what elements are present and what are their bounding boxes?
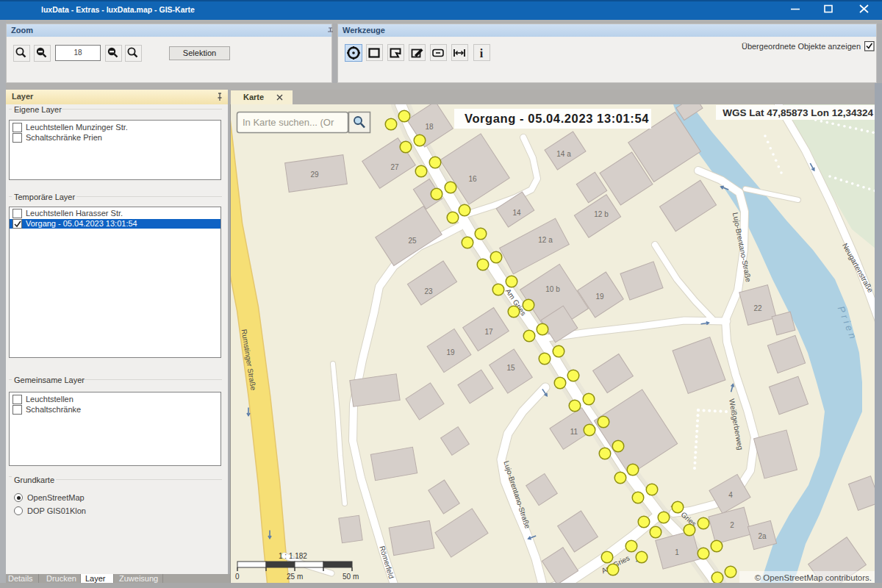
svg-text:29: 29 bbox=[310, 171, 319, 179]
svg-text:12 b: 12 b bbox=[594, 210, 609, 218]
svg-text:23: 23 bbox=[424, 287, 433, 295]
svg-text:4: 4 bbox=[728, 491, 733, 499]
svg-text:11: 11 bbox=[570, 428, 578, 436]
svg-text:50 m: 50 m bbox=[343, 573, 359, 581]
svg-text:12 a: 12 a bbox=[538, 236, 553, 244]
svg-text:WGS Lat 47,85873 Lon 12,34324: WGS Lat 47,85873 Lon 12,34324 bbox=[723, 107, 873, 118]
svg-text:1 : 1.182: 1 : 1.182 bbox=[279, 552, 307, 560]
svg-text:25 m: 25 m bbox=[287, 573, 303, 581]
svg-text:19: 19 bbox=[595, 293, 604, 301]
svg-text:25: 25 bbox=[408, 237, 417, 245]
svg-text:2: 2 bbox=[730, 521, 734, 529]
svg-text:17: 17 bbox=[484, 328, 493, 336]
svg-text:16: 16 bbox=[468, 175, 477, 183]
svg-text:0: 0 bbox=[235, 573, 240, 581]
svg-text:14: 14 bbox=[512, 209, 521, 217]
svg-text:15: 15 bbox=[506, 364, 515, 372]
svg-text:18: 18 bbox=[425, 123, 434, 131]
svg-text:2a: 2a bbox=[758, 532, 767, 540]
svg-text:i: i bbox=[480, 47, 484, 60]
svg-text:19: 19 bbox=[446, 348, 455, 356]
svg-text:27: 27 bbox=[390, 163, 399, 171]
svg-text:1: 1 bbox=[675, 548, 679, 556]
svg-text:© OpenStreetMap contributors.: © OpenStreetMap contributors. bbox=[755, 573, 872, 582]
svg-text:In Karte suchen... (Or: In Karte suchen... (Or bbox=[243, 117, 334, 128]
svg-text:Vorgang - 05.04.2023 13:01:54: Vorgang - 05.04.2023 13:01:54 bbox=[465, 112, 649, 125]
svg-text:10 b: 10 b bbox=[545, 285, 560, 293]
svg-text:14 a: 14 a bbox=[556, 150, 571, 158]
svg-text:22: 22 bbox=[753, 304, 762, 312]
